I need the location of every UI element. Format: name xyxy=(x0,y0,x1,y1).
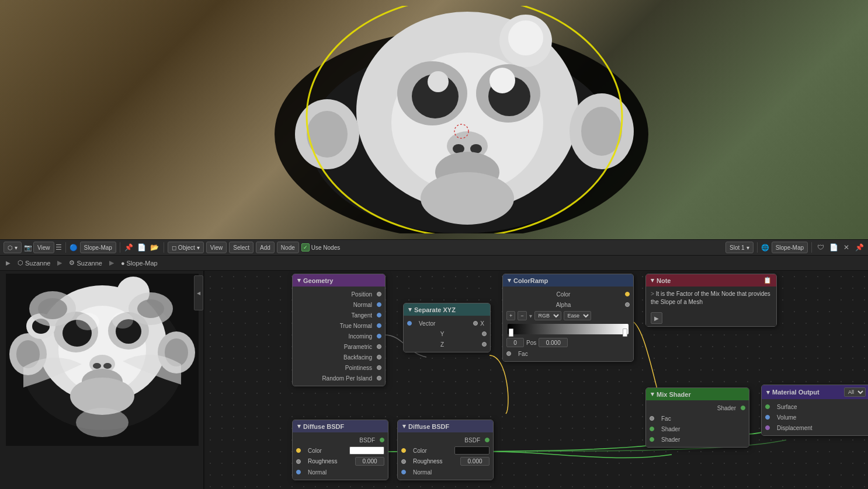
colorramp-gradient[interactable] xyxy=(508,324,629,334)
view-menu[interactable]: View xyxy=(206,242,227,253)
node-mix-shader[interactable]: ▾ Mix Shader Shader Fac Shader xyxy=(645,387,749,448)
diffuse-left-normal-socket[interactable] xyxy=(296,470,301,474)
alpha-output-socket[interactable] xyxy=(625,302,630,307)
shield-icon[interactable]: 🛡 xyxy=(815,242,826,253)
diffuse-right-color-swatch[interactable] xyxy=(454,446,489,455)
node-material-output[interactable]: ▾ Material Output All Surface Volume Dis… xyxy=(761,385,868,436)
mat-volume-row: Volume xyxy=(762,412,868,422)
volume-socket[interactable] xyxy=(765,415,770,420)
editor-type-btn[interactable]: ⬡ ▾ xyxy=(4,242,22,253)
shader-output-socket[interactable] xyxy=(741,406,745,410)
mix-shader2-socket[interactable] xyxy=(650,437,654,442)
y-output-socket[interactable] xyxy=(482,331,487,336)
stop-right[interactable] xyxy=(623,329,627,337)
close-icon[interactable]: ✕ xyxy=(841,242,852,253)
mix-fac-socket[interactable] xyxy=(650,416,654,421)
true-normal-socket[interactable] xyxy=(377,323,381,328)
view-menu-btn[interactable]: View xyxy=(33,242,54,253)
object-mode-btn[interactable]: ◻ Object ▾ xyxy=(168,242,204,253)
geometry-row-truenormal: True Normal xyxy=(293,320,385,331)
mix-shader-body: Shader Fac Shader Shader xyxy=(646,400,749,447)
copy-icon[interactable]: 📄 xyxy=(828,242,839,253)
z-output-socket[interactable] xyxy=(482,342,487,347)
colorramp-collapse[interactable]: ▾ xyxy=(508,277,511,284)
incoming-socket[interactable] xyxy=(377,334,381,338)
node-colorramp[interactable]: ▾ ColorRamp Color Alpha + − ▾ xyxy=(502,274,634,362)
note-collapse[interactable]: ▾ xyxy=(651,277,654,284)
new-file-icon[interactable]: 📄 xyxy=(137,242,147,253)
panel-toggle-btn[interactable]: ◀ xyxy=(194,275,203,310)
node-menu[interactable]: Node xyxy=(277,242,299,253)
select-menu[interactable]: Select xyxy=(229,242,254,253)
stop-left[interactable] xyxy=(509,329,513,337)
pointiness-label: Pointiness xyxy=(296,365,374,371)
node-separate-xyz[interactable]: ▾ Separate XYZ Vector X Y Z xyxy=(403,303,491,352)
color-mode-select[interactable]: RGB xyxy=(534,311,561,320)
diffuse-left-color-swatch[interactable] xyxy=(349,446,384,455)
position-socket[interactable] xyxy=(377,292,381,296)
remove-stop-btn[interactable]: − xyxy=(518,311,526,320)
add-stop-btn[interactable]: + xyxy=(506,311,515,320)
x-output-socket[interactable] xyxy=(473,321,478,326)
mix-shader-collapse[interactable]: ▾ xyxy=(651,390,654,398)
add-menu[interactable]: Add xyxy=(256,242,275,253)
displacement-socket[interactable] xyxy=(765,425,770,430)
material-name-left[interactable]: Slope-Map xyxy=(80,242,116,253)
diffuse-right-collapse[interactable]: ▾ xyxy=(402,422,406,430)
use-nodes-checkbox[interactable]: ✓ xyxy=(301,243,310,252)
diffuse-right-rough-socket[interactable] xyxy=(401,459,406,464)
node-diffuse-left[interactable]: ▾ Diffuse BSDF BSDF Color Roughness xyxy=(292,420,388,480)
diffuse-left-bsdf-label: BSDF xyxy=(296,437,377,443)
diffuse-left-color-socket[interactable] xyxy=(296,448,301,453)
color-output-socket[interactable] xyxy=(625,292,630,296)
stop-index-input[interactable] xyxy=(506,338,524,347)
stop-pos-input[interactable] xyxy=(539,338,568,347)
surface-socket[interactable] xyxy=(765,404,770,409)
diffuse-left-collapse[interactable]: ▾ xyxy=(297,422,301,430)
sep-xyz-collapse[interactable]: ▾ xyxy=(408,306,412,313)
breadcrumb-arrow[interactable]: ▶ xyxy=(6,260,11,266)
bc-scene[interactable]: ⬡ Suzanne xyxy=(13,259,55,267)
pin-icon-right[interactable]: 📌 xyxy=(854,242,864,253)
open-icon[interactable]: 📂 xyxy=(150,242,160,253)
node-diffuse-right[interactable]: ▾ Diffuse BSDF BSDF Color Roughness xyxy=(397,420,494,480)
bc-material[interactable]: ● Slope-Map xyxy=(116,260,162,267)
pos-label: Pos xyxy=(526,340,536,346)
pointiness-socket[interactable] xyxy=(377,365,381,370)
diffuse-left-rough-socket[interactable] xyxy=(296,459,301,464)
slot-select[interactable]: Slot 1 ▾ xyxy=(725,242,754,253)
hamburger-icon[interactable]: ☰ xyxy=(55,243,62,252)
tangent-socket[interactable] xyxy=(377,313,381,317)
pin-icon-left[interactable]: 📌 xyxy=(124,242,134,253)
normal-socket[interactable] xyxy=(377,302,381,307)
mat-output-collapse[interactable]: ▾ xyxy=(766,389,770,396)
diffuse-right-bsdf-socket[interactable] xyxy=(485,438,489,442)
diffuse-right-rough-input[interactable] xyxy=(460,457,489,466)
displacement-label: Displacement xyxy=(775,425,867,431)
diffuse-left-rough-input[interactable] xyxy=(355,457,384,466)
diffuse-right-color-label: Color xyxy=(411,448,452,454)
use-nodes-toggle[interactable]: ✓ Use Nodes xyxy=(301,243,340,252)
mat-output-all-select[interactable]: All xyxy=(844,387,866,397)
node-note[interactable]: ▾ Note 📋 > It is the Factor of the Mix N… xyxy=(645,274,777,327)
interpolation-select[interactable]: Ease xyxy=(564,311,591,320)
breadcrumb-row: ▶ ⬡ Suzanne ▶ ⚙ Suzanne ▶ ● Slope-Map xyxy=(0,256,868,271)
material-name-right[interactable]: Slope-Map xyxy=(772,242,808,253)
geometry-row-randisland: Random Per Island xyxy=(293,373,385,383)
node-canvas[interactable]: ▾ Geometry Position Normal Tangent True … xyxy=(204,271,868,489)
bc-object[interactable]: ⚙ Suzanne xyxy=(64,259,106,267)
parametric-socket[interactable] xyxy=(377,344,381,349)
object-dropdown: ▾ xyxy=(197,244,200,251)
geometry-row-backfacing: Backfacing xyxy=(293,352,385,362)
backfacing-socket[interactable] xyxy=(377,355,381,359)
geometry-collapse[interactable]: ▾ xyxy=(297,277,301,284)
note-play-btn[interactable]: ▶ xyxy=(651,312,662,324)
diffuse-right-normal-socket[interactable] xyxy=(401,470,406,474)
diffuse-right-color-socket[interactable] xyxy=(401,448,406,453)
diffuse-left-bsdf-socket[interactable] xyxy=(380,438,384,442)
vector-input-socket[interactable] xyxy=(407,321,412,326)
mix-shader1-socket[interactable] xyxy=(650,427,654,431)
fac-input-socket[interactable] xyxy=(506,351,511,356)
node-geometry[interactable]: ▾ Geometry Position Normal Tangent True … xyxy=(292,274,386,386)
rand-island-socket[interactable] xyxy=(377,376,381,380)
